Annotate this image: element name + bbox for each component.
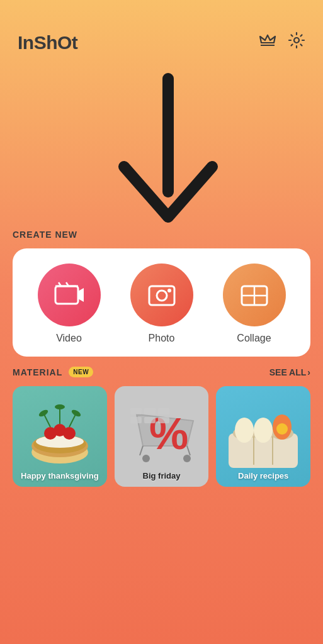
svg-point-19: [55, 404, 65, 409]
photo-circle: [130, 264, 193, 326]
photo-icon: [146, 281, 178, 309]
material-label: MATERIAL: [13, 367, 62, 377]
svg-rect-28: [158, 408, 169, 414]
svg-rect-27: [144, 408, 156, 414]
header-icons: [259, 31, 305, 53]
svg-text:%: %: [149, 409, 188, 458]
friday-label: Big friday: [115, 471, 209, 480]
create-new-section: CREATE NEW Video: [0, 230, 323, 367]
new-badge: NEW: [69, 367, 93, 377]
collage-label: Collage: [237, 333, 271, 344]
svg-point-39: [276, 423, 288, 435]
photo-label: Photo: [149, 333, 175, 344]
svg-point-0: [294, 38, 299, 43]
material-left: MATERIAL NEW: [13, 367, 93, 377]
svg-point-17: [63, 427, 76, 440]
arrow-icon: [105, 72, 218, 223]
friday-card[interactable]: % Big friday: [115, 386, 209, 487]
recipes-illustration: [219, 399, 307, 474]
material-cards: Happy thanksgiving %: [13, 386, 310, 487]
svg-rect-30: [144, 417, 156, 423]
create-collage-item[interactable]: Collage: [223, 264, 286, 344]
create-new-label: CREATE NEW: [13, 230, 310, 240]
svg-point-14: [36, 435, 84, 448]
svg-point-37: [254, 418, 273, 443]
see-all-button[interactable]: SEE ALL ›: [269, 367, 310, 377]
collage-circle: [223, 264, 286, 326]
thanksgiving-illustration: [16, 399, 104, 474]
video-icon: [54, 281, 85, 309]
recipes-card[interactable]: Daily recipes: [216, 386, 310, 487]
collage-icon: [239, 281, 270, 309]
thanksgiving-card[interactable]: Happy thanksgiving: [13, 386, 107, 487]
svg-point-36: [235, 418, 254, 443]
settings-icon[interactable]: [288, 31, 305, 53]
svg-rect-31: [158, 417, 169, 423]
svg-rect-1: [55, 286, 78, 304]
arrow-container: [0, 66, 323, 230]
svg-rect-5: [149, 286, 174, 305]
crown-icon[interactable]: [259, 33, 276, 52]
create-card: Video Photo: [13, 248, 310, 357]
header: InShOt: [0, 0, 323, 66]
app-logo: InShOt: [18, 32, 77, 53]
svg-point-6: [157, 291, 167, 301]
create-video-item[interactable]: Video: [38, 264, 101, 344]
svg-point-18: [38, 409, 49, 418]
svg-line-21: [140, 446, 143, 455]
material-header: MATERIAL NEW SEE ALL ›: [13, 367, 310, 377]
svg-point-7: [167, 289, 171, 292]
video-circle: [38, 264, 101, 326]
material-section: MATERIAL NEW SEE ALL ›: [0, 367, 323, 487]
video-label: Video: [56, 333, 82, 344]
recipes-label: Daily recipes: [216, 471, 310, 480]
friday-illustration: %: [118, 396, 206, 477]
svg-point-20: [71, 409, 82, 418]
svg-rect-26: [130, 408, 142, 414]
app-background: InShOt CREATE NEW: [0, 0, 323, 644]
svg-rect-29: [130, 417, 142, 423]
thanksgiving-label: Happy thanksgiving: [13, 471, 107, 480]
create-photo-item[interactable]: Photo: [130, 264, 193, 344]
